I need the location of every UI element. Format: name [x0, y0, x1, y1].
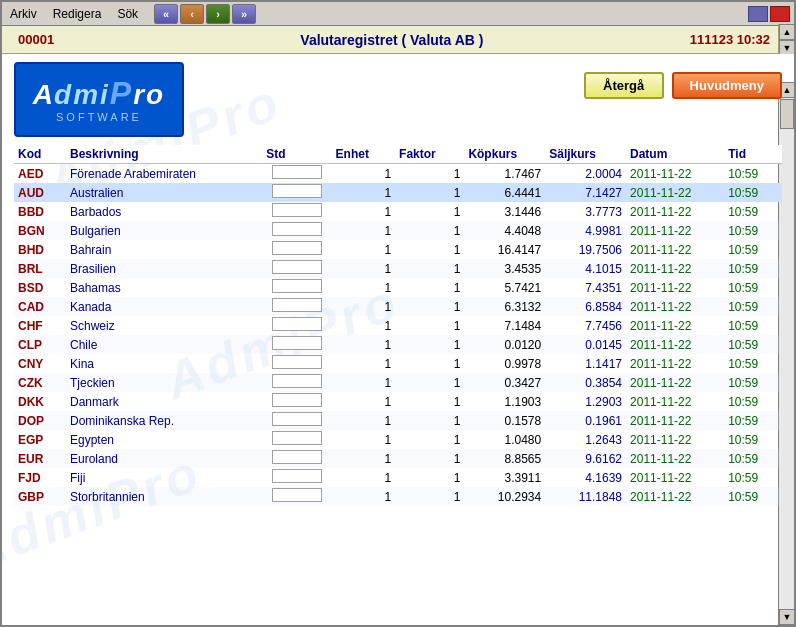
first-button[interactable]: « — [154, 4, 178, 24]
table-row[interactable]: CZKTjeckien110.34270.38542011-11-2210:59 — [14, 373, 782, 392]
table-row[interactable]: CNYKina110.99781.14172011-11-2210:59 — [14, 354, 782, 373]
cell-code: DKK — [14, 392, 66, 411]
last-button[interactable]: » — [232, 4, 256, 24]
cell-kopkurs: 6.3132 — [464, 297, 545, 316]
cell-datum: 2011-11-22 — [626, 449, 724, 468]
cell-datum: 2011-11-22 — [626, 240, 724, 259]
cell-kopkurs: 0.0120 — [464, 335, 545, 354]
scrollbar-down[interactable]: ▼ — [779, 609, 794, 625]
close-button[interactable] — [770, 6, 790, 22]
cell-tid: 10:59 — [724, 259, 782, 278]
cell-std — [262, 449, 331, 468]
cell-tid: 10:59 — [724, 411, 782, 430]
cell-desc: Dominikanska Rep. — [66, 411, 262, 430]
main-menu-button[interactable]: Huvudmeny — [672, 72, 782, 99]
table-row[interactable]: BBDBarbados113.14463.77732011-11-2210:59 — [14, 202, 782, 221]
cell-desc: Australien — [66, 183, 262, 202]
cell-datum: 2011-11-22 — [626, 411, 724, 430]
cell-tid: 10:59 — [724, 354, 782, 373]
cell-std — [262, 335, 331, 354]
cell-enhet: 1 — [332, 221, 396, 240]
record-id: 00001 — [2, 32, 102, 47]
cell-std — [262, 487, 331, 506]
cell-saljkurs: 19.7506 — [545, 240, 626, 259]
cell-std — [262, 278, 331, 297]
cell-enhet: 1 — [332, 392, 396, 411]
cell-faktor: 1 — [395, 354, 464, 373]
cell-faktor: 1 — [395, 392, 464, 411]
cell-code: BSD — [14, 278, 66, 297]
cell-tid: 10:59 — [724, 278, 782, 297]
cell-desc: Storbritannien — [66, 487, 262, 506]
col-enhet: Enhet — [332, 145, 396, 164]
cell-saljkurs: 0.3854 — [545, 373, 626, 392]
cell-tid: 10:59 — [724, 335, 782, 354]
table-row[interactable]: CHFSchweiz117.14847.74562011-11-2210:59 — [14, 316, 782, 335]
cell-tid: 10:59 — [724, 316, 782, 335]
cell-std — [262, 221, 331, 240]
next-button[interactable]: › — [206, 4, 230, 24]
cell-datum: 2011-11-22 — [626, 468, 724, 487]
cell-saljkurs: 7.7456 — [545, 316, 626, 335]
cell-saljkurs: 1.1417 — [545, 354, 626, 373]
menu-sok[interactable]: Sök — [113, 6, 142, 22]
table-row[interactable]: DKKDanmark111.19031.29032011-11-2210:59 — [14, 392, 782, 411]
cell-std — [262, 354, 331, 373]
datetime: 111123 10:32 — [682, 32, 778, 47]
cell-datum: 2011-11-22 — [626, 164, 724, 184]
cell-code: AED — [14, 164, 66, 184]
cell-std — [262, 202, 331, 221]
table-row[interactable]: AUDAustralien116.44417.14272011-11-2210:… — [14, 183, 782, 202]
table-body: AEDFörenade Arabemiraten111.74672.000420… — [14, 164, 782, 507]
table-row[interactable]: GBPStorbritannien1110.293411.18482011-11… — [14, 487, 782, 506]
cell-code: EGP — [14, 430, 66, 449]
cell-kopkurs: 7.1484 — [464, 316, 545, 335]
cell-desc: Bahrain — [66, 240, 262, 259]
back-button[interactable]: Återgå — [584, 72, 664, 99]
col-kopkurs: Köpkurs — [464, 145, 545, 164]
table-row[interactable]: CLPChile110.01200.01452011-11-2210:59 — [14, 335, 782, 354]
table-row[interactable]: CADKanada116.31326.85842011-11-2210:59 — [14, 297, 782, 316]
logo: AdmiPro SOFTWARE — [14, 62, 184, 137]
col-tid: Tid — [724, 145, 782, 164]
cell-tid: 10:59 — [724, 449, 782, 468]
cell-std — [262, 164, 331, 184]
titlebar: 00001 Valutaregistret ( Valuta AB ) 1111… — [2, 26, 794, 54]
minimize-button[interactable] — [748, 6, 768, 22]
col-datum: Datum — [626, 145, 724, 164]
cell-desc: Danmark — [66, 392, 262, 411]
cell-faktor: 1 — [395, 449, 464, 468]
table-row[interactable]: DOPDominikanska Rep.110.15780.19612011-1… — [14, 411, 782, 430]
cell-datum: 2011-11-22 — [626, 202, 724, 221]
cell-saljkurs: 2.0004 — [545, 164, 626, 184]
table-row[interactable]: BSDBahamas115.74217.43512011-11-2210:59 — [14, 278, 782, 297]
cell-enhet: 1 — [332, 259, 396, 278]
menu-arkiv[interactable]: Arkiv — [6, 6, 41, 22]
cell-datum: 2011-11-22 — [626, 487, 724, 506]
table-row[interactable]: FJDFiji113.39114.16392011-11-2210:59 — [14, 468, 782, 487]
menubar: Arkiv Redigera Sök « ‹ › » — [2, 2, 794, 26]
cell-datum: 2011-11-22 — [626, 316, 724, 335]
table-row[interactable]: AEDFörenade Arabemiraten111.74672.000420… — [14, 164, 782, 184]
cell-datum: 2011-11-22 — [626, 221, 724, 240]
cell-enhet: 1 — [332, 278, 396, 297]
menu-redigera[interactable]: Redigera — [49, 6, 106, 22]
cell-saljkurs: 4.1639 — [545, 468, 626, 487]
cell-std — [262, 411, 331, 430]
table-row[interactable]: EGPEgypten111.04801.26432011-11-2210:59 — [14, 430, 782, 449]
table-row[interactable]: EUREuroland118.85659.61622011-11-2210:59 — [14, 449, 782, 468]
cell-tid: 10:59 — [724, 392, 782, 411]
scroll-up-btn[interactable]: ▲ — [779, 24, 795, 40]
cell-code: DOP — [14, 411, 66, 430]
cell-enhet: 1 — [332, 335, 396, 354]
cell-desc: Bahamas — [66, 278, 262, 297]
cell-enhet: 1 — [332, 468, 396, 487]
cell-kopkurs: 10.2934 — [464, 487, 545, 506]
cell-code: CHF — [14, 316, 66, 335]
table-row[interactable]: BRLBrasilien113.45354.10152011-11-2210:5… — [14, 259, 782, 278]
prev-button[interactable]: ‹ — [180, 4, 204, 24]
cell-code: AUD — [14, 183, 66, 202]
cell-tid: 10:59 — [724, 487, 782, 506]
table-row[interactable]: BHDBahrain1116.414719.75062011-11-2210:5… — [14, 240, 782, 259]
table-row[interactable]: BGNBulgarien114.40484.99812011-11-2210:5… — [14, 221, 782, 240]
